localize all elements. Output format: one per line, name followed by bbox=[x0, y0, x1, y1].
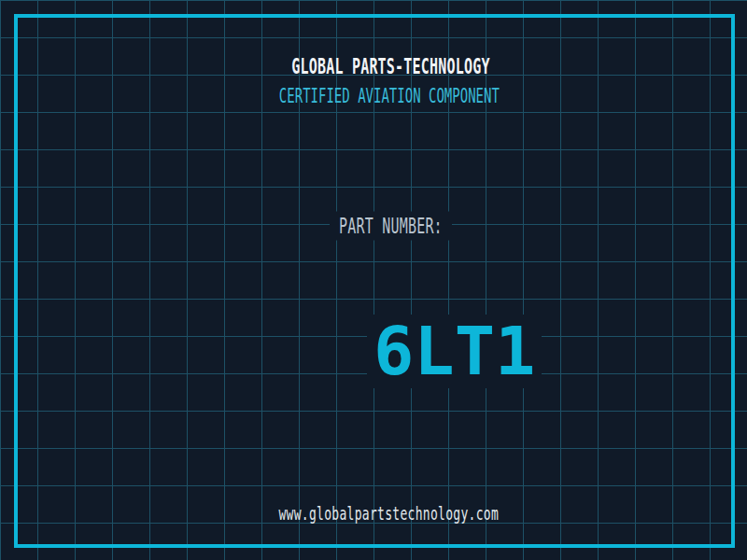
part-number-label-text: PART NUMBER: bbox=[330, 212, 452, 241]
website-url-text: www.globalpartstechnology.com bbox=[278, 504, 499, 525]
part-certificate-page: GLOBAL PARTS-TECHNOLOGY CERTIFIED AVIATI… bbox=[0, 0, 747, 560]
part-number-value-text: 6LT1 bbox=[367, 315, 542, 389]
certified-tagline-text: CERTIFIED AVIATION COMPONENT bbox=[279, 84, 500, 106]
part-number-value: 6LT1 bbox=[0, 244, 747, 459]
certified-tagline: CERTIFIED AVIATION COMPONENT bbox=[0, 62, 747, 129]
website-url: www.globalpartstechnology.com bbox=[0, 483, 747, 544]
